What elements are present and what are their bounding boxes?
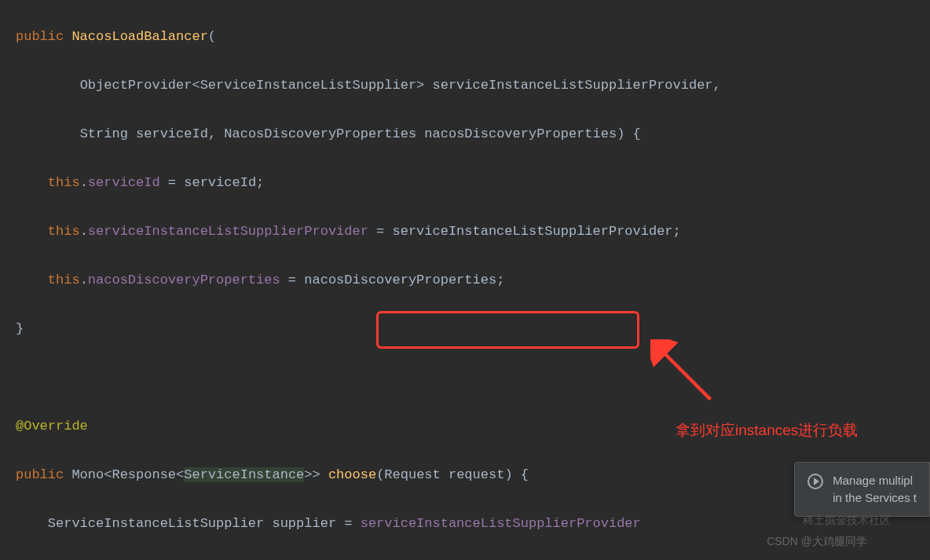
parameter: nacosDiscoveryProperties	[304, 273, 496, 287]
type: NacosDiscoveryProperties	[224, 126, 416, 141]
punct: <	[192, 78, 200, 93]
type: Mono	[71, 467, 104, 482]
annotation: @Override	[16, 419, 88, 434]
keyword: this	[48, 273, 80, 287]
punct: >	[416, 78, 424, 93]
type: ServiceInstanceListSupplier	[200, 78, 416, 93]
punct: ) {	[617, 126, 641, 141]
constructor-name: NacosLoadBalancer	[71, 29, 207, 44]
punct: ,	[713, 78, 721, 93]
popup-line2: in the Services t	[833, 489, 917, 507]
type: ServiceInstanceListSupplier	[48, 516, 264, 531]
keyword: public	[16, 467, 64, 482]
keyword: this	[48, 175, 80, 190]
field: serviceId	[88, 175, 160, 190]
code-line: this.serviceId = serviceId;	[16, 170, 930, 195]
keyword: public	[16, 29, 64, 44]
parameter: serviceInstanceListSupplierProvider	[393, 224, 673, 239]
code-line	[16, 365, 930, 390]
variable: supplier	[272, 516, 336, 531]
code-line: public Mono<Response<ServiceInstance>> c…	[16, 463, 930, 487]
type: Response	[112, 467, 176, 482]
annotation-label: 拿到对应instances进行负载	[676, 418, 858, 442]
type-highlighted: ServiceInstance	[184, 467, 304, 482]
parameter: serviceId	[136, 126, 208, 141]
code-line: ObjectProvider<ServiceInstanceListSuppli…	[16, 73, 930, 97]
code-line: this.nacosDiscoveryProperties = nacosDis…	[16, 268, 930, 292]
field: serviceInstanceListSupplierProvider	[88, 224, 368, 239]
code-line: }	[16, 317, 930, 341]
code-editor[interactable]: public NacosLoadBalancer( ObjectProvider…	[0, 0, 930, 560]
field: serviceInstanceListSupplierProvider	[361, 516, 641, 531]
brace: }	[16, 321, 24, 336]
play-icon	[807, 474, 823, 489]
code-line: public NacosLoadBalancer(	[16, 24, 930, 49]
popup-line1: Manage multipl	[833, 472, 917, 489]
keyword: this	[48, 224, 80, 239]
code-line: this.serviceInstanceListSupplierProvider…	[16, 219, 930, 243]
type: ObjectProvider	[80, 78, 192, 93]
field: nacosDiscoveryProperties	[88, 273, 280, 287]
parameter: serviceId	[184, 175, 256, 190]
parameter: serviceInstanceListSupplierProvider	[433, 78, 713, 93]
parameter: nacosDiscoveryProperties	[424, 126, 617, 141]
popup-text: Manage multipl in the Services t	[833, 472, 917, 507]
method-name: choose	[328, 467, 376, 482]
punct: (	[208, 29, 216, 44]
watermark-text: CSDN @大鸡腿同学	[767, 529, 867, 554]
type: Request	[384, 467, 440, 482]
type: String	[80, 126, 128, 141]
code-line: String serviceId, NacosDiscoveryProperti…	[16, 122, 930, 146]
parameter: request	[449, 467, 504, 482]
